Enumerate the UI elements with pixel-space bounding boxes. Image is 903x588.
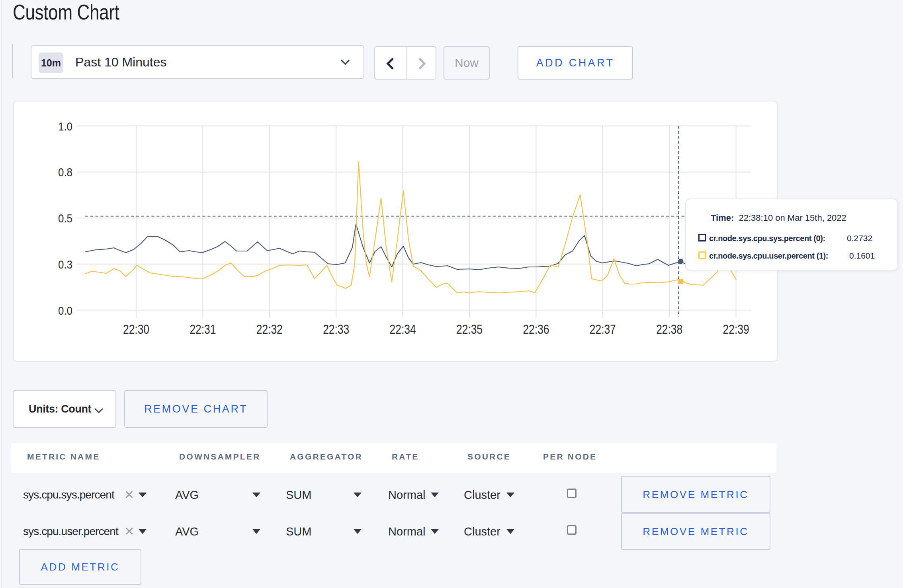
svg-text:22:30: 22:30 xyxy=(123,321,149,337)
svg-text:0.8: 0.8 xyxy=(58,165,72,179)
svg-text:22:35: 22:35 xyxy=(456,321,483,337)
svg-text:0.3: 0.3 xyxy=(58,258,72,271)
svg-text:22:31: 22:31 xyxy=(190,321,216,337)
svg-text:22:32: 22:32 xyxy=(256,321,283,337)
svg-text:22:36: 22:36 xyxy=(523,321,549,337)
svg-text:0.0: 0.0 xyxy=(58,304,72,317)
svg-text:1.0: 1.0 xyxy=(58,120,72,133)
svg-text:22:33: 22:33 xyxy=(323,321,349,337)
svg-text:22:38: 22:38 xyxy=(656,321,682,337)
svg-text:22:39: 22:39 xyxy=(723,321,749,337)
svg-text:22:34: 22:34 xyxy=(390,321,416,337)
svg-text:0.5: 0.5 xyxy=(58,212,72,225)
svg-text:22:37: 22:37 xyxy=(590,321,616,337)
